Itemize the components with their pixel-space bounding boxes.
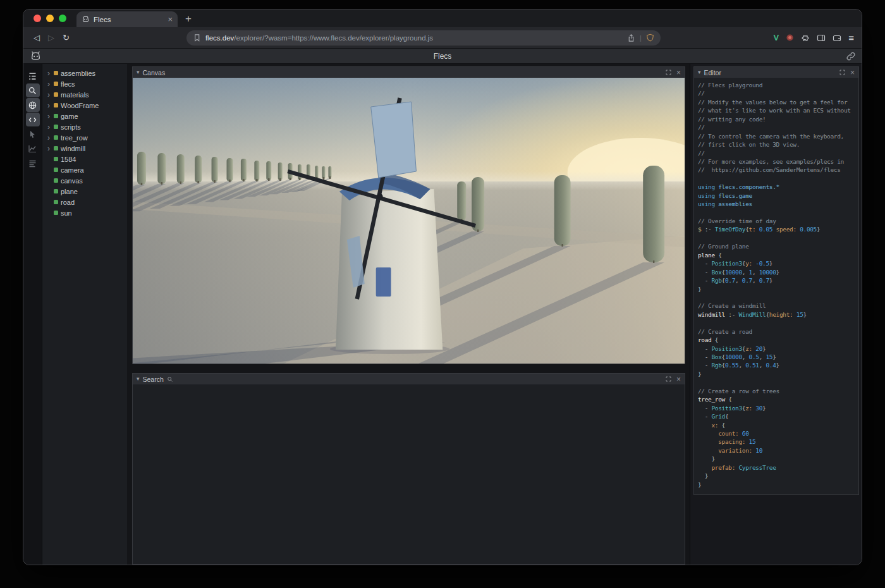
tree-item-plane[interactable]: plane xyxy=(42,186,127,197)
forward-button[interactable]: ▷ xyxy=(48,34,54,42)
editor-panel-title: Editor xyxy=(704,69,721,77)
new-tab-button[interactable]: + xyxy=(185,13,192,24)
chart-icon[interactable] xyxy=(26,142,40,156)
code-line xyxy=(698,293,856,302)
search-rail-icon[interactable] xyxy=(26,83,40,97)
expand-panel-icon[interactable] xyxy=(839,70,845,75)
tree-item-canvas[interactable]: canvas xyxy=(42,175,127,186)
canvas-panel: ▾ Canvas × xyxy=(132,66,685,364)
canvas-panel-header: ▾ Canvas × xyxy=(133,67,685,78)
expand-arrow-icon[interactable]: › xyxy=(46,134,51,142)
reload-button[interactable]: ↻ xyxy=(63,34,70,42)
code-icon[interactable] xyxy=(26,113,40,126)
tree-item-label: WoodFrame xyxy=(61,102,99,109)
tree-item-WoodFrame[interactable]: ›WoodFrame xyxy=(42,100,127,111)
search-panel-title: Search xyxy=(143,376,164,383)
expand-arrow-icon[interactable]: › xyxy=(46,80,51,88)
browser-toolbar: ◁ ▷ ↻ flecs.dev/explorer/?wasm=https://w… xyxy=(23,27,862,49)
back-button[interactable]: ◁ xyxy=(34,34,40,42)
tree-item-1584[interactable]: 1584 xyxy=(42,154,127,164)
tree-item-road[interactable]: road xyxy=(42,197,127,207)
code-line: $ :- TimeOfDay{t: 0.05 speed: 0.005} xyxy=(698,225,856,233)
code-line: windmill :- WindMill{height: 15} xyxy=(698,310,856,319)
search-icon xyxy=(167,376,173,383)
close-panel-icon[interactable]: × xyxy=(676,376,681,383)
code-line: - Grid{ xyxy=(698,412,856,420)
collapse-chevron-icon[interactable]: ▾ xyxy=(137,376,140,382)
code-line: // Create a row of trees xyxy=(698,387,856,395)
close-window-button[interactable] xyxy=(34,15,41,22)
code-line: x: { xyxy=(698,421,856,429)
code-line: prefab: CypressTree xyxy=(698,463,856,472)
tree-item-tree_row[interactable]: ›tree_row xyxy=(42,132,127,143)
code-line: // xyxy=(698,149,856,157)
entity-icon xyxy=(54,157,58,161)
expand-arrow-icon[interactable]: › xyxy=(46,145,51,152)
tree-item-assemblies[interactable]: ›assemblies xyxy=(42,68,127,78)
bookmark-icon[interactable] xyxy=(193,34,201,42)
extensions-puzzle-icon[interactable] xyxy=(801,34,810,42)
world-icon[interactable] xyxy=(26,98,40,112)
tree-item-windmill[interactable]: ›windmill xyxy=(42,143,127,154)
editor-code[interactable]: // Flecs playground//// Modify the value… xyxy=(694,78,858,494)
entity-tree-icon[interactable] xyxy=(26,69,40,83)
browser-menu-icon[interactable]: ≡ xyxy=(848,33,854,42)
app-header: Flecs xyxy=(23,49,862,64)
canvas-content xyxy=(133,78,685,364)
close-panel-icon[interactable]: × xyxy=(850,69,855,77)
browser-tab[interactable]: Flecs × xyxy=(76,11,178,27)
canvas-3d-view[interactable] xyxy=(133,78,685,364)
extension-dot-icon[interactable] xyxy=(786,34,794,42)
collapse-chevron-icon[interactable]: ▾ xyxy=(137,70,140,75)
cursor-icon[interactable] xyxy=(26,127,40,141)
share-icon[interactable] xyxy=(627,34,635,42)
expand-arrow-icon[interactable]: › xyxy=(46,123,51,131)
code-line: spacing: 15 xyxy=(698,438,856,446)
tree-item-label: windmill xyxy=(61,145,85,152)
tree-item-materials[interactable]: ›materials xyxy=(42,89,127,100)
vue-devtools-icon[interactable]: V xyxy=(774,33,779,42)
expand-arrow-icon[interactable]: › xyxy=(46,113,51,120)
zoom-window-button[interactable] xyxy=(59,15,66,22)
center-column: ▾ Canvas × xyxy=(127,64,690,565)
code-line: // For more examples, see examples/plecs… xyxy=(698,157,856,166)
share-link-icon[interactable] xyxy=(846,52,855,61)
expand-panel-icon[interactable] xyxy=(666,70,671,75)
tab-title: Flecs xyxy=(94,16,164,23)
stats-icon[interactable] xyxy=(26,156,40,170)
url-bar[interactable]: flecs.dev/explorer/?wasm=https://www.fle… xyxy=(186,30,661,46)
close-panel-icon[interactable]: × xyxy=(676,69,681,77)
tab-close-icon[interactable]: × xyxy=(168,15,173,23)
code-line: - Box{10000, 1, 10000} xyxy=(698,268,856,276)
expand-arrow-icon[interactable]: › xyxy=(46,91,51,99)
url-path: /explorer/?wasm=https://www.flecs.dev/ex… xyxy=(234,34,433,42)
tree-item-sun[interactable]: sun xyxy=(42,207,127,218)
code-line: using flecs.components.* xyxy=(698,183,856,191)
code-line: // Override time of day xyxy=(698,217,856,225)
code-line: // https://github.com/SanderMertens/flec… xyxy=(698,166,856,174)
minimize-window-button[interactable] xyxy=(46,15,54,22)
tree-item-camera[interactable]: camera xyxy=(42,164,127,175)
code-line: - Box{10000, 0.5, 15} xyxy=(698,353,856,361)
wallet-icon[interactable] xyxy=(833,34,841,42)
expand-arrow-icon[interactable]: › xyxy=(46,102,51,109)
flecs-favicon xyxy=(82,15,90,23)
code-line: - Position3{y: -0.5} xyxy=(698,259,856,267)
tree-item-label: sun xyxy=(61,209,72,217)
tree-item-label: tree_row xyxy=(61,134,88,142)
code-line xyxy=(698,234,856,242)
expand-arrow-icon[interactable]: › xyxy=(46,70,51,77)
expand-panel-icon[interactable] xyxy=(666,376,671,382)
right-column: ▾ Editor × // Flecs playground//// Modif… xyxy=(690,64,862,565)
tree-item-flecs[interactable]: ›flecs xyxy=(42,78,127,89)
search-panel: ▾ Search × xyxy=(132,373,685,565)
code-line: tree_row { xyxy=(698,395,856,403)
shield-icon[interactable] xyxy=(646,34,654,42)
collapse-chevron-icon[interactable]: ▾ xyxy=(698,70,701,75)
sidebar-toggle-icon[interactable] xyxy=(817,34,826,42)
editor-panel-actions: × xyxy=(839,69,855,77)
tree-item-game[interactable]: ›game xyxy=(42,111,127,121)
code-line: // first click on the 3D view. xyxy=(698,140,856,149)
code-line xyxy=(698,209,856,217)
tree-item-scripts[interactable]: ›scripts xyxy=(42,121,127,132)
